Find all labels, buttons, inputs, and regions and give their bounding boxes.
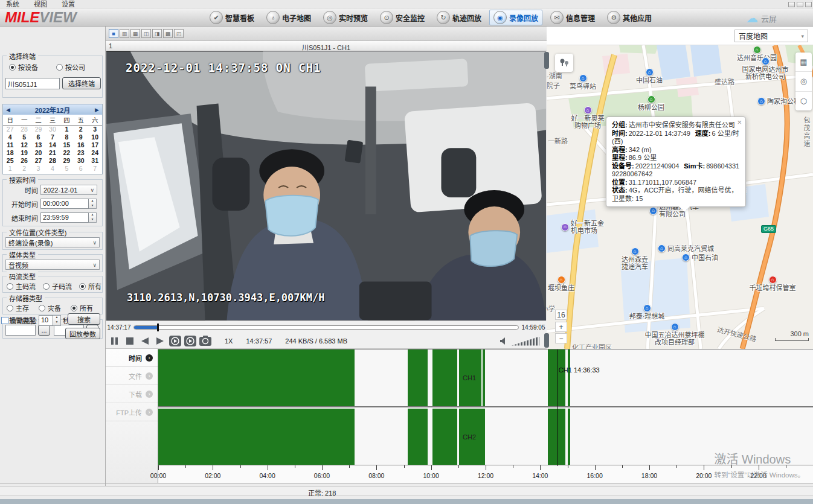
calendar-day[interactable]: 29 xyxy=(31,126,45,133)
calendar-day[interactable]: 10 xyxy=(88,133,101,141)
calendar-day[interactable]: 27 xyxy=(3,126,17,133)
volume-control[interactable] xyxy=(500,337,539,346)
popup-close-icon[interactable]: × xyxy=(737,118,742,127)
stream-type-radio-2[interactable]: 所有 xyxy=(79,281,101,291)
by-company-radio[interactable]: 按公司 xyxy=(56,62,85,72)
stop-button[interactable] xyxy=(124,336,136,346)
recording-segment[interactable] xyxy=(483,349,484,406)
calendar-day[interactable]: 25 xyxy=(3,157,17,165)
map-poi[interactable]: ⌂中国五冶达州蔡坪棚 改项目经理部 xyxy=(638,323,711,346)
calendar-day[interactable]: 3 xyxy=(31,165,45,173)
slow-play-button[interactable] xyxy=(169,336,181,346)
layout-2-button[interactable]: ▥ xyxy=(120,29,129,38)
nav-item-3[interactable]: ⊙安全监控 xyxy=(376,10,429,25)
pause-button[interactable] xyxy=(109,336,121,346)
roadnet-icon[interactable]: ▦ xyxy=(795,53,812,72)
layout-6-button[interactable]: ◫ xyxy=(141,29,151,38)
recording-segment[interactable] xyxy=(432,409,457,465)
start-time-spinner[interactable]: ▲▼ xyxy=(89,199,97,209)
close-button[interactable] xyxy=(805,2,812,7)
calendar-day[interactable]: 3 xyxy=(88,126,101,133)
calendar-day[interactable]: 8 xyxy=(60,133,74,141)
search-button[interactable]: 搜索 xyxy=(68,313,100,325)
date-select[interactable]: 2022-12-01∨ xyxy=(40,185,97,195)
calendar-day[interactable]: 30 xyxy=(45,126,59,133)
start-time-input[interactable]: 00:00:00 xyxy=(40,199,89,209)
snapshot-button[interactable] xyxy=(199,336,211,346)
playhead-line[interactable] xyxy=(557,349,558,466)
calendar-day[interactable]: 11 xyxy=(3,141,17,149)
play-button[interactable] xyxy=(154,336,166,346)
calendar-day[interactable]: 6 xyxy=(31,133,45,141)
patrol-interval-input[interactable]: 10 xyxy=(39,315,53,326)
calendar-prev-icon[interactable]: ◀ xyxy=(6,107,10,113)
map-canvas[interactable]: ⌂达州音乐公园⌂国家电网达州市 新桥供电公司⌂菜鸟驿站⌂中国石油⌂陶家沟公租房⌂… xyxy=(547,45,813,349)
alarm-type-input-1[interactable] xyxy=(5,325,36,336)
timeline-tab-0[interactable]: 时间› xyxy=(106,349,158,367)
recording-segment[interactable] xyxy=(408,409,428,465)
calendar-day[interactable]: 2 xyxy=(74,126,88,133)
channel-row-ch1[interactable]: CH1 xyxy=(158,349,813,407)
timeline-tab-3[interactable]: FTP上传› xyxy=(106,403,158,421)
calendar-day[interactable]: 27 xyxy=(31,157,45,165)
storage-type-radio-0[interactable]: 主存 xyxy=(7,303,29,313)
calendar-day[interactable]: 15 xyxy=(60,141,74,149)
minimize-button[interactable] xyxy=(788,2,795,7)
device-input[interactable]: 川S051J1 xyxy=(5,78,60,89)
map-poi[interactable]: ⌂杨柳公园 xyxy=(615,95,687,111)
nav-item-5[interactable]: ◉录像回放 xyxy=(489,10,542,25)
stream-type-radio-0[interactable]: 主码流 xyxy=(7,281,36,291)
select-terminal-button[interactable]: 选择终端 xyxy=(62,77,101,89)
seek-thumb[interactable] xyxy=(157,324,159,331)
calendar-day[interactable]: 7 xyxy=(45,133,59,141)
calendar-day[interactable]: 28 xyxy=(45,157,59,165)
map-3d-icon[interactable]: ⬡ xyxy=(795,92,812,110)
video-screen[interactable]: 2022-12-01 14:37:58 ON CH1 3110.2613,N,1… xyxy=(106,51,546,321)
calendar-day[interactable]: 31 xyxy=(88,157,101,165)
calendar-day[interactable]: 5 xyxy=(17,133,31,141)
maximize-button[interactable] xyxy=(797,2,803,7)
calendar-day[interactable]: 4 xyxy=(45,165,59,173)
recording-segment[interactable] xyxy=(432,349,457,406)
storage-type-radio-2[interactable]: 所有 xyxy=(71,303,93,313)
menu-item-2[interactable]: 设置 xyxy=(62,0,75,8)
media-type-select[interactable]: 音视频∨ xyxy=(5,260,100,270)
zoom-in-button[interactable]: + xyxy=(555,322,567,332)
panel-collapse-handle-bottom[interactable] xyxy=(544,333,549,348)
calendar-day[interactable]: 16 xyxy=(74,141,88,149)
alarm-browse-button-1[interactable]: ... xyxy=(38,325,50,336)
calendar-day[interactable]: 14 xyxy=(45,141,59,149)
calendar-day[interactable]: 21 xyxy=(45,149,59,157)
map-poi[interactable]: ⌂邦泰·理想城 xyxy=(611,304,683,320)
calendar-day[interactable]: 17 xyxy=(88,141,101,149)
timeline-tab-1[interactable]: 文件› xyxy=(106,367,158,385)
end-time-spinner[interactable]: ▲▼ xyxy=(89,212,97,223)
recording-segment[interactable] xyxy=(568,409,570,465)
recording-segment[interactable] xyxy=(158,349,355,406)
fast-play-button[interactable] xyxy=(184,336,196,346)
calendar-day[interactable]: 4 xyxy=(3,133,17,141)
volume-bars[interactable] xyxy=(512,337,539,346)
map-poi[interactable]: ⌂国家电网达州市 新桥供电公司 xyxy=(729,57,802,80)
calendar-day[interactable]: 2 xyxy=(17,165,31,173)
nav-item-7[interactable]: ⚙其他应用 xyxy=(603,10,656,25)
file-location-select[interactable]: 终端设备(录像)∨ xyxy=(5,237,100,247)
recording-segment[interactable] xyxy=(408,349,428,406)
zoom-out-button[interactable]: − xyxy=(555,333,567,343)
cloud-screen[interactable]: ☁ 云屏 xyxy=(746,11,777,25)
calendar-day[interactable]: 22 xyxy=(60,149,74,157)
menu-item-0[interactable]: 系统 xyxy=(6,0,19,8)
step-back-button[interactable] xyxy=(139,336,151,346)
nav-item-6[interactable]: ✉信息管理 xyxy=(546,10,599,25)
calendar-day[interactable]: 5 xyxy=(60,165,74,173)
calendar-day[interactable]: 1 xyxy=(3,165,17,173)
calendar-day[interactable]: 12 xyxy=(17,141,31,149)
calendar-day[interactable]: 1 xyxy=(60,126,74,133)
layout-4-button[interactable]: ▦ xyxy=(130,29,140,38)
calendar-day[interactable]: 7 xyxy=(88,165,101,173)
calendar-day[interactable]: 23 xyxy=(74,149,88,157)
calendar-day[interactable]: 9 xyxy=(74,133,88,141)
map-poi[interactable]: ⌂中国石油 xyxy=(613,68,686,84)
nav-item-2[interactable]: ◎实时预览 xyxy=(319,10,372,25)
calendar-day[interactable]: 30 xyxy=(74,157,88,165)
